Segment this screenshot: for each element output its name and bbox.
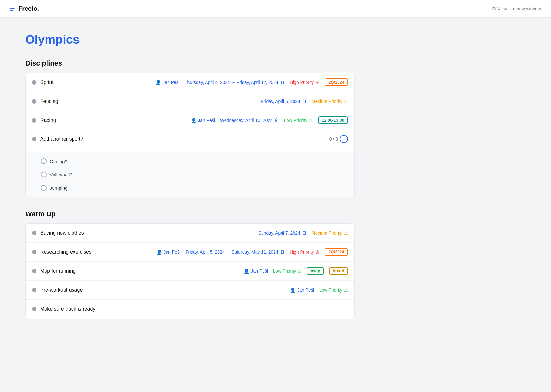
task-list-warmup: Buying new clothes Sunday, April 7, 2024… (25, 223, 355, 319)
calendar-icon-buying-clothes: 🗓 (302, 231, 307, 236)
task-status-track-ready[interactable] (32, 307, 36, 311)
task-row-main-add-sport: Add another sport? 0 / 3 (26, 130, 354, 148)
person-icon-map-running: 👤 (244, 269, 249, 274)
assignee-name-researching: Jan Pešl (163, 250, 180, 255)
warning-icon-map-running: ⚠ (298, 269, 302, 274)
counter-text: 0 / 3 (329, 136, 338, 142)
task-meta-map-running: 👤 Jan Pešl Low Priority ⚠ asap brand (244, 267, 348, 275)
task-row-sprint: Sprint 👤 Jan Pešl Thursday, April 4, 202… (26, 73, 354, 92)
priority-text-fencing: Medium Priority (312, 99, 342, 104)
task-row-add-sport: Add another sport? 0 / 3 Curling? (26, 130, 354, 197)
priority-preworkout: Low Priority ⚠ (319, 288, 348, 293)
subtask-radio-curling[interactable] (41, 158, 47, 164)
logo-text: Freelo. (18, 5, 39, 12)
person-icon-researching: 👤 (156, 250, 162, 255)
logo-dot: . (37, 5, 39, 12)
task-meta-racing: 👤 Jan Pešl Wednesday, April 10, 2024 🗓 L… (191, 116, 348, 124)
section-disciplines: Disciplines Sprint 👤 Jan Pešl Thursday, … (25, 59, 355, 197)
assignee-preworkout: 👤 Jan Pešl (290, 288, 314, 293)
badge-sprint: 2Q/2024 (325, 78, 348, 86)
badge-brand: brand (329, 267, 348, 275)
task-name-buying-clothes: Buying new clothes (40, 230, 104, 236)
priority-researching: High Priority ⚠ (290, 250, 320, 255)
task-status-buying-clothes[interactable] (32, 231, 36, 235)
date-sprint: Thursday, April 4, 2024 → Friday, April … (185, 80, 285, 85)
assignee-map-running: 👤 Jan Pešl (244, 269, 268, 274)
task-row-buying-clothes: Buying new clothes Sunday, April 7, 2024… (26, 224, 354, 243)
task-name-sprint: Sprint (40, 79, 104, 85)
task-row-fencing: Fencing Friday, April 5, 2024 🗓 Medium P… (26, 92, 354, 111)
assignee-name-racing: Jan Pešl (198, 118, 215, 123)
date-text-buying-clothes: Sunday, April 7, 2024 (258, 231, 300, 236)
priority-buying-clothes: Medium Priority ⚠ (312, 231, 348, 236)
person-icon-racing: 👤 (191, 118, 196, 123)
person-icon-preworkout: 👤 (290, 288, 295, 293)
priority-fencing: Medium Priority ⚠ (312, 99, 348, 104)
view-window-label: View in a new window (497, 6, 541, 11)
task-status-preworkout[interactable] (32, 288, 36, 292)
task-meta-buying-clothes: Sunday, April 7, 2024 🗓 Medium Priority … (258, 231, 348, 236)
assignee-name: Jan Pešl (162, 80, 180, 85)
priority-text-preworkout: Low Priority (319, 288, 342, 293)
task-name-map-running: Map for running (40, 268, 104, 274)
date-fencing: Friday, April 5, 2024 🗓 (261, 99, 306, 104)
task-row-racing: Racing 👤 Jan Pešl Wednesday, April 10, 2… (26, 111, 354, 130)
task-status-sprint[interactable] (32, 80, 36, 85)
main-content: Olympics Disciplines Sprint 👤 Jan Pešl T… (0, 18, 380, 347)
date-researching: Friday, April 5, 2024 → Saturday, May 11… (186, 250, 285, 255)
subtask-name-curling: Curling? (50, 159, 67, 164)
task-name-track-ready: Make sure track is ready (40, 306, 104, 312)
task-list-disciplines: Sprint 👤 Jan Pešl Thursday, April 4, 202… (25, 73, 355, 197)
task-name-researching: Researching exercises (40, 249, 104, 255)
task-meta-preworkout: 👤 Jan Pešl Low Priority ⚠ (290, 288, 348, 293)
subtask-name-volleyball: Volleyball? (50, 172, 73, 177)
section-warmup: Warm Up Buying new clothes Sunday, April… (25, 210, 355, 319)
task-name-preworkout: Pre-workout usage (40, 287, 104, 293)
subtask-curling: Curling? (41, 156, 348, 167)
assignee-sprint: 👤 Jan Pešl (155, 80, 180, 85)
window-icon: ⧉ (492, 6, 496, 11)
task-status-researching[interactable] (32, 250, 36, 254)
assignee-name-preworkout: Jan Pešl (297, 288, 314, 293)
calendar-icon-researching: 🗓 (280, 250, 285, 255)
logo-icon (10, 7, 16, 11)
task-status-map-running[interactable] (32, 269, 36, 273)
subtasks-area: Curling? Volleyball? Jumping? (26, 152, 354, 197)
warning-icon-sprint: ⚠ (315, 80, 320, 85)
priority-map-running: Low Priority ⚠ (273, 269, 302, 274)
priority-text-sprint: High Priority (290, 80, 314, 85)
date-racing: Wednesday, April 10, 2024 🗓 (220, 118, 279, 123)
date-text-sprint: Thursday, April 4, 2024 → Friday, April … (185, 80, 278, 85)
warning-icon-buying-clothes: ⚠ (344, 231, 348, 236)
badge-researching: 2Q/2024 (325, 248, 348, 256)
task-name-fencing: Fencing (40, 98, 104, 104)
task-status-racing[interactable] (32, 118, 36, 123)
assignee-racing: 👤 Jan Pešl (191, 118, 215, 123)
subtask-name-jumping: Jumping? (50, 185, 70, 191)
section-title-disciplines: Disciplines (25, 59, 355, 67)
view-in-new-window-button[interactable]: ⧉ View in a new window (492, 6, 541, 11)
priority-text-researching: High Priority (290, 250, 314, 255)
warning-icon-racing: ⚠ (309, 118, 313, 123)
task-name-add-sport: Add another sport? (40, 136, 104, 142)
person-icon: 👤 (155, 80, 161, 85)
task-status-add-sport[interactable] (32, 137, 36, 141)
priority-racing: Low Priority ⚠ (284, 118, 313, 123)
priority-sprint: High Priority ⚠ (290, 80, 320, 85)
date-text-researching: Friday, April 5, 2024 → Saturday, May 11… (186, 250, 278, 255)
assignee-researching: 👤 Jan Pešl (156, 250, 180, 255)
task-meta-sprint: 👤 Jan Pešl Thursday, April 4, 2024 → Fri… (155, 78, 348, 86)
date-text-fencing: Friday, April 5, 2024 (261, 99, 300, 104)
assignee-name-map-running: Jan Pešl (251, 269, 268, 274)
task-row-map-running: Map for running 👤 Jan Pešl Low Priority … (26, 262, 354, 281)
task-status-fencing[interactable] (32, 99, 36, 104)
task-meta-add-sport: 0 / 3 (329, 135, 348, 143)
subtask-jumping: Jumping? (41, 182, 348, 193)
subtask-radio-jumping[interactable] (41, 185, 47, 191)
counter-add-sport: 0 / 3 (329, 135, 348, 143)
subtask-volleyball: Volleyball? (41, 169, 348, 180)
logo[interactable]: Freelo. (10, 5, 39, 12)
subtask-radio-volleyball[interactable] (41, 172, 47, 177)
badge-asap: asap (307, 267, 324, 275)
warning-icon-researching: ⚠ (315, 250, 320, 255)
